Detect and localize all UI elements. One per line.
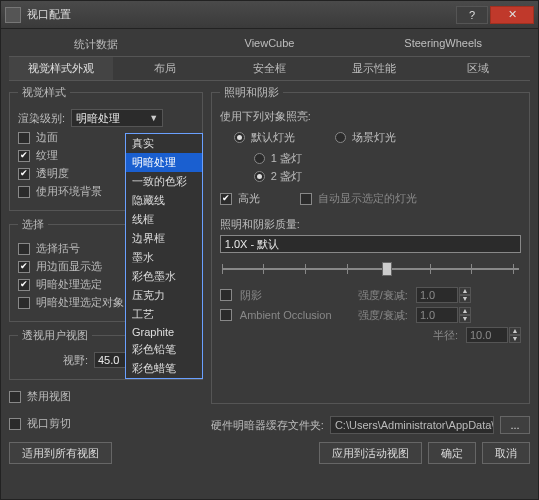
edges-checkbox[interactable] xyxy=(18,132,30,144)
dropdown-item[interactable]: 真实 xyxy=(126,134,202,153)
chevron-down-icon: ▼ xyxy=(149,113,158,123)
quality-slider[interactable] xyxy=(222,259,519,279)
shade-sel-obj-checkbox[interactable] xyxy=(18,297,30,309)
auto-sel-light-checkbox[interactable] xyxy=(300,193,312,205)
tab-display-perf[interactable]: 显示性能 xyxy=(322,57,426,80)
lighting-legend: 照明和阴影 xyxy=(220,85,283,100)
apply-all-button[interactable]: 适用到所有视图 xyxy=(9,442,112,464)
intensity2-label: 强度/衰减: xyxy=(358,308,408,323)
dropdown-item[interactable]: 彩色蜡笔 xyxy=(126,359,202,378)
shadow-checkbox[interactable] xyxy=(220,289,232,301)
shadow-label: 阴影 xyxy=(240,288,350,303)
hw-cache-label: 硬件明暗器缓存文件夹: xyxy=(211,418,324,433)
hw-cache-path[interactable]: C:\Users\Administrator\AppData\Local\Aut… xyxy=(330,416,494,434)
dropdown-item[interactable]: 线框 xyxy=(126,210,202,229)
window-title: 视口配置 xyxy=(27,7,456,22)
specular-label: 高光 xyxy=(238,191,260,206)
app-icon xyxy=(5,7,21,23)
one-lamp-label: 1 盏灯 xyxy=(271,151,302,166)
visual-style-legend: 视觉样式 xyxy=(18,85,70,100)
fov-label: 视野: xyxy=(63,353,88,368)
dropdown-item[interactable]: 墨水 xyxy=(126,248,202,267)
ao-checkbox[interactable] xyxy=(220,309,232,321)
shade-sel-faces-checkbox[interactable] xyxy=(18,279,30,291)
viewport-clip-label: 视口剪切 xyxy=(27,416,71,431)
quality-combo[interactable]: 1.0X - 默认 xyxy=(220,235,521,253)
tab-regions[interactable]: 区域 xyxy=(426,57,530,80)
apply-active-button[interactable]: 应用到活动视图 xyxy=(319,442,422,464)
ok-button[interactable]: 确定 xyxy=(428,442,476,464)
shade-sel-obj-label: 明暗处理选定对象 xyxy=(36,295,124,310)
quality-label: 照明和阴影质量: xyxy=(220,217,300,232)
browse-button[interactable]: ... xyxy=(500,416,530,434)
tab-safe-frame[interactable]: 安全框 xyxy=(217,57,321,80)
render-level-dropdown[interactable]: 真实明暗处理一致的色彩隐藏线线框边界框墨水彩色墨水压克力工艺Graphite彩色… xyxy=(125,133,203,379)
tab-stats[interactable]: 统计数据 xyxy=(9,33,183,56)
env-bg-label: 使用环境背景 xyxy=(36,184,102,199)
scene-light-label: 场景灯光 xyxy=(352,130,396,145)
dropdown-item[interactable]: Graphite xyxy=(126,324,202,340)
dropdown-item[interactable]: 一致的色彩 xyxy=(126,172,202,191)
disable-viewport-checkbox[interactable] xyxy=(9,391,21,403)
selection-legend: 选择 xyxy=(18,217,48,232)
quality-value: 1.0X - 默认 xyxy=(225,237,279,252)
dropdown-item[interactable]: 彩色铅笔 xyxy=(126,340,202,359)
ao-label: Ambient Occlusion xyxy=(240,309,350,321)
disable-viewport-label: 禁用视图 xyxy=(27,389,71,404)
render-level-value: 明暗处理 xyxy=(76,111,120,126)
cancel-button[interactable]: 取消 xyxy=(482,442,530,464)
scene-light-radio[interactable] xyxy=(335,132,346,143)
viewport-clip-checkbox[interactable] xyxy=(9,418,21,430)
dropdown-item[interactable]: 隐藏线 xyxy=(126,191,202,210)
intensity1-label: 强度/衰减: xyxy=(358,288,408,303)
radius-label: 半径: xyxy=(433,328,458,343)
intensity2-input xyxy=(416,307,458,323)
transparency-checkbox[interactable] xyxy=(18,168,30,180)
tab-steeringwheels[interactable]: SteeringWheels xyxy=(356,33,530,56)
edge-sel-checkbox[interactable] xyxy=(18,261,30,273)
shade-sel-faces-label: 明暗处理选定 xyxy=(36,277,102,292)
render-level-label: 渲染级别: xyxy=(18,111,65,126)
help-button[interactable]: ? xyxy=(456,6,488,24)
texture-checkbox[interactable] xyxy=(18,150,30,162)
default-light-radio[interactable] xyxy=(234,132,245,143)
sel-brackets-label: 选择括号 xyxy=(36,241,80,256)
dropdown-item[interactable]: 明暗处理 xyxy=(126,153,202,172)
sel-brackets-checkbox[interactable] xyxy=(18,243,30,255)
auto-sel-light-label: 自动显示选定的灯光 xyxy=(318,191,417,206)
illum-label: 使用下列对象照亮: xyxy=(220,109,311,124)
dropdown-item[interactable]: 彩色墨水 xyxy=(126,267,202,286)
tab-visual-style[interactable]: 视觉样式外观 xyxy=(9,57,113,80)
env-bg-checkbox[interactable] xyxy=(18,186,30,198)
specular-checkbox[interactable] xyxy=(220,193,232,205)
texture-label: 纹理 xyxy=(36,148,58,163)
dropdown-item[interactable]: 工艺 xyxy=(126,305,202,324)
two-lamp-label: 2 盏灯 xyxy=(271,169,302,184)
render-level-combo[interactable]: 明暗处理 ▼ xyxy=(71,109,163,127)
edge-sel-label: 用边面显示选 xyxy=(36,259,102,274)
one-lamp-radio[interactable] xyxy=(254,153,265,164)
default-light-label: 默认灯光 xyxy=(251,130,295,145)
tab-layout[interactable]: 布局 xyxy=(113,57,217,80)
lighting-group: 照明和阴影 使用下列对象照亮: 默认灯光 场景灯光 1 盏灯 2 盏灯 高光 自… xyxy=(211,85,530,404)
radius-input xyxy=(466,327,508,343)
intensity1-input xyxy=(416,287,458,303)
tab-viewcube[interactable]: ViewCube xyxy=(183,33,357,56)
edges-label: 边面 xyxy=(36,130,58,145)
dropdown-item[interactable]: 边界框 xyxy=(126,229,202,248)
close-button[interactable]: ✕ xyxy=(490,6,534,24)
two-lamp-radio[interactable] xyxy=(254,171,265,182)
dropdown-item[interactable]: 压克力 xyxy=(126,286,202,305)
transparency-label: 透明度 xyxy=(36,166,69,181)
perspective-legend: 透视用户视图 xyxy=(18,328,92,343)
